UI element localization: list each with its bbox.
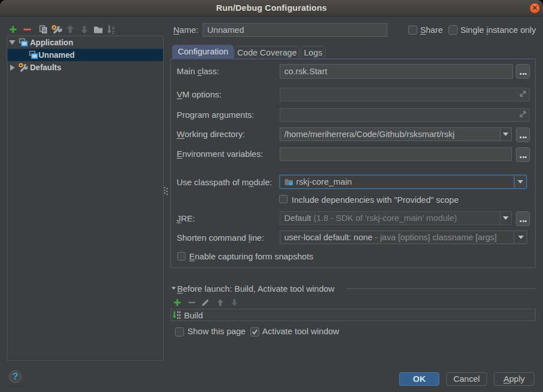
- svg-text:z: z: [112, 29, 115, 35]
